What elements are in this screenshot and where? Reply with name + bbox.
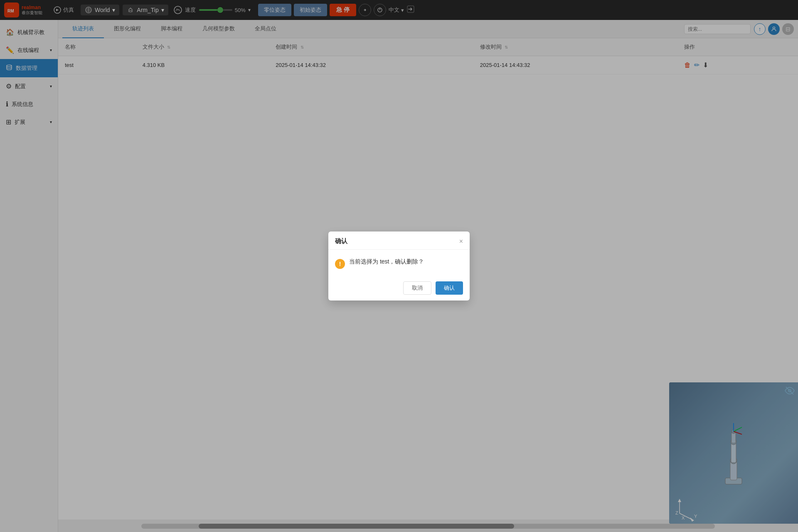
modal-title: 确认 (335, 237, 347, 245)
confirm-modal: 确认 × ! 当前选择为 test，确认删除？ 取消 确认 (328, 232, 470, 300)
modal-close-button[interactable]: × (459, 238, 463, 245)
confirm-button[interactable]: 确认 (436, 281, 463, 295)
modal-body: ! 当前选择为 test，确认删除？ (328, 250, 470, 277)
cancel-button[interactable]: 取消 (403, 281, 431, 295)
modal-footer: 取消 确认 (328, 277, 470, 300)
modal-header: 确认 × (328, 232, 470, 250)
modal-message: 当前选择为 test，确认删除？ (349, 258, 424, 266)
modal-overlay: 确认 × ! 当前选择为 test，确认删除？ 取消 确认 (0, 0, 798, 532)
warning-icon: ! (335, 259, 345, 269)
